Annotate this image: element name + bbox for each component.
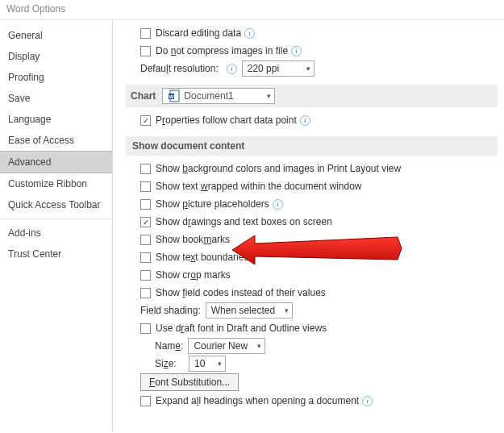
info-icon[interactable]: i <box>300 115 310 126</box>
nav-sidebar: General Display Proofing Save Language E… <box>0 20 113 431</box>
opt-show-text-wrapped[interactable]: Show text wrapped within the document wi… <box>126 178 498 194</box>
chevron-down-icon: ▾ <box>218 360 222 368</box>
info-icon[interactable]: i <box>227 64 237 74</box>
opt-show-bookmarks[interactable]: Show bookmarks <box>126 231 498 248</box>
info-icon[interactable]: i <box>244 28 255 39</box>
section-chart-label: Chart <box>131 90 156 102</box>
field-shading-select[interactable]: When selected ▾ <box>206 302 293 319</box>
nav-general[interactable]: General <box>0 25 112 46</box>
checkbox-icon[interactable] <box>140 199 151 210</box>
checkbox-icon[interactable] <box>140 46 151 56</box>
opt-show-text-boundaries[interactable]: Show text boundaries <box>126 249 498 265</box>
checkbox-icon[interactable] <box>140 270 151 281</box>
checkbox-icon[interactable] <box>140 28 151 39</box>
word-doc-icon: W <box>168 90 181 102</box>
checkbox-icon[interactable] <box>140 252 151 263</box>
opt-properties-follow[interactable]: Properties follow chart data point i <box>126 112 498 128</box>
nav-proofing[interactable]: Proofing <box>0 67 112 88</box>
nav-display[interactable]: Display <box>0 46 112 67</box>
section-show-doc-content: Show document content <box>126 136 498 156</box>
default-resolution-select[interactable]: 220 ppi ▾ <box>242 60 314 77</box>
options-content: Discard editing data i Do not compress i… <box>113 20 504 431</box>
opt-expand-headings[interactable]: Expand all headings when opening a docum… <box>126 393 498 409</box>
chart-target-select[interactable]: W Document1 ▾ <box>162 88 275 104</box>
opt-draft-font-name: Name: Courier New ▾ <box>126 338 498 354</box>
opt-show-field-codes[interactable]: Show field codes instead of their values <box>126 285 498 301</box>
draft-font-size-select[interactable]: 10 ▾ <box>189 356 226 372</box>
chevron-down-icon: ▾ <box>306 65 310 73</box>
nav-language[interactable]: Language <box>0 109 112 130</box>
nav-quick-access-toolbar[interactable]: Quick Access Toolbar <box>0 194 112 215</box>
checkbox-icon[interactable] <box>140 396 151 406</box>
opt-draft-font-size: Size: 10 ▾ <box>126 356 498 372</box>
opt-show-picture-placeholders[interactable]: Show picture placeholders i <box>126 196 498 212</box>
nav-advanced[interactable]: Advanced <box>0 151 112 173</box>
chevron-down-icon: ▾ <box>285 306 289 314</box>
checkbox-icon[interactable] <box>140 217 151 227</box>
info-icon[interactable]: i <box>291 46 302 56</box>
chevron-down-icon: ▾ <box>267 92 271 100</box>
opt-show-background[interactable]: Show background colors and images in Pri… <box>126 160 498 177</box>
opt-do-not-compress[interactable]: Do not compress images in file i <box>126 43 498 59</box>
svg-text:W: W <box>169 94 174 99</box>
checkbox-icon[interactable] <box>140 164 151 174</box>
draft-font-name-select[interactable]: Courier New ▾ <box>188 338 265 354</box>
opt-default-resolution: Default resolution: i 220 ppi ▾ <box>126 60 498 77</box>
nav-trust-center[interactable]: Trust Center <box>0 244 112 264</box>
main-layout: General Display Proofing Save Language E… <box>0 19 504 431</box>
window-title: Word Options <box>0 0 504 19</box>
nav-add-ins[interactable]: Add-ins <box>0 223 112 244</box>
checkbox-icon[interactable] <box>140 323 151 334</box>
opt-use-draft-font[interactable]: Use draft font in Draft and Outline view… <box>126 320 498 336</box>
nav-ease-of-access[interactable]: Ease of Access <box>0 130 112 151</box>
info-icon[interactable]: i <box>362 396 373 406</box>
opt-show-drawings[interactable]: Show drawings and text boxes on screen <box>126 214 498 230</box>
nav-save[interactable]: Save <box>0 88 112 109</box>
opt-discard-editing[interactable]: Discard editing data i <box>126 25 498 41</box>
opt-show-crop-marks[interactable]: Show crop marks <box>126 267 498 283</box>
section-chart: Chart W Document1 ▾ <box>126 85 498 107</box>
nav-separator <box>0 219 112 219</box>
font-substitution-button[interactable]: Font Substitution... <box>140 373 239 391</box>
nav-customize-ribbon[interactable]: Customize Ribbon <box>0 173 112 194</box>
checkbox-icon[interactable] <box>140 181 151 192</box>
checkbox-icon[interactable] <box>140 235 151 245</box>
opt-field-shading: Field shading: When selected ▾ <box>126 302 498 319</box>
chevron-down-icon: ▾ <box>257 342 261 350</box>
row-font-substitution: Font Substitution... <box>126 373 498 391</box>
info-icon[interactable]: i <box>273 199 283 210</box>
checkbox-icon[interactable] <box>140 115 151 126</box>
checkbox-icon[interactable] <box>140 288 151 298</box>
